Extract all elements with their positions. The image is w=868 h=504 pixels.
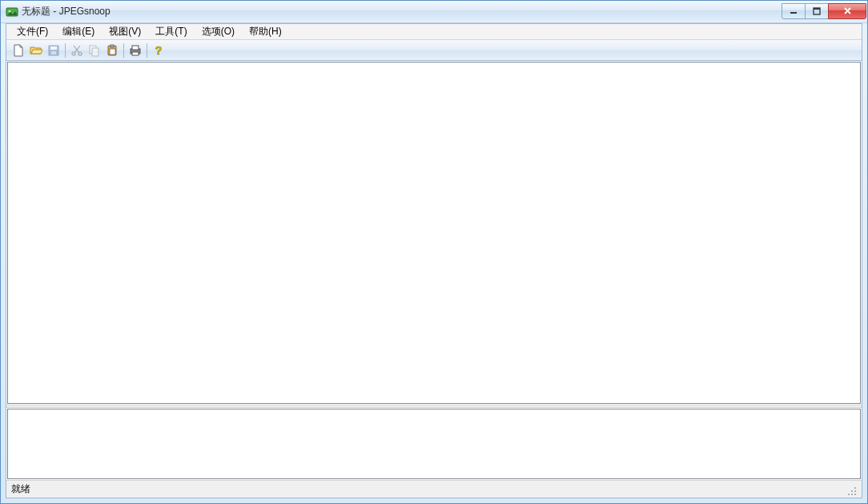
status-text: 就绪 — [11, 482, 30, 496]
print-button[interactable] — [127, 42, 144, 59]
save-icon — [47, 44, 60, 57]
horizontal-splitter[interactable] — [6, 405, 862, 408]
svg-rect-16 — [132, 46, 139, 50]
open-file-button[interactable] — [27, 42, 45, 59]
svg-point-22 — [848, 494, 850, 495]
svg-rect-7 — [51, 51, 56, 54]
svg-rect-14 — [110, 49, 115, 54]
svg-text:?: ? — [155, 44, 163, 57]
new-file-button[interactable] — [10, 42, 27, 59]
copy-button[interactable] — [86, 42, 103, 59]
help-icon: ? — [152, 44, 165, 57]
cut-button[interactable] — [68, 42, 86, 59]
maximize-button[interactable] — [805, 3, 829, 19]
toolbar-separator — [65, 43, 66, 58]
svg-rect-6 — [50, 46, 57, 50]
help-button[interactable]: ? — [150, 42, 167, 59]
close-button[interactable] — [828, 3, 866, 19]
window-title: 无标题 - JPEGsnoop — [22, 5, 111, 18]
new-file-icon — [12, 44, 25, 57]
svg-point-19 — [854, 487, 856, 489]
statusbar: 就绪 — [6, 480, 862, 498]
toolbar: ? — [6, 40, 862, 61]
app-icon — [6, 6, 18, 18]
svg-rect-11 — [92, 48, 98, 56]
printer-icon — [129, 44, 142, 57]
menu-file[interactable]: 文件(F) — [10, 23, 55, 40]
menu-help[interactable]: 帮助(H) — [242, 23, 289, 40]
menubar: 文件(F) 编辑(E) 视图(V) 工具(T) 选项(O) 帮助(H) — [6, 24, 862, 40]
paste-icon — [106, 44, 119, 57]
svg-point-21 — [854, 490, 856, 492]
svg-point-20 — [851, 490, 853, 492]
scissors-icon — [70, 44, 83, 57]
menu-view[interactable]: 视图(V) — [102, 23, 148, 40]
save-button[interactable] — [45, 42, 62, 59]
svg-rect-17 — [132, 52, 139, 55]
content-area — [6, 61, 862, 480]
svg-rect-2 — [790, 12, 797, 14]
svg-point-23 — [851, 494, 853, 495]
svg-rect-13 — [111, 45, 114, 47]
open-folder-icon — [30, 44, 42, 57]
preview-pane[interactable] — [7, 409, 861, 479]
paste-button[interactable] — [103, 42, 121, 59]
menu-tools[interactable]: 工具(T) — [148, 23, 194, 40]
toolbar-separator — [147, 43, 147, 58]
toolbar-separator — [123, 43, 124, 58]
minimize-button[interactable] — [782, 3, 806, 19]
svg-point-24 — [854, 494, 856, 495]
titlebar[interactable]: 无标题 - JPEGsnoop — [1, 1, 867, 23]
resize-grip-icon[interactable] — [844, 483, 857, 496]
menu-edit[interactable]: 编辑(E) — [55, 23, 102, 40]
output-pane[interactable] — [7, 62, 861, 404]
window-controls — [782, 3, 866, 19]
app-window: 无标题 - JPEGsnoop 文件(F) 编辑(E) 视图(V) 工具(T) … — [0, 0, 868, 504]
svg-point-1 — [9, 10, 11, 12]
client-area: 文件(F) 编辑(E) 视图(V) 工具(T) 选项(O) 帮助(H) — [6, 23, 862, 498]
menu-options[interactable]: 选项(O) — [195, 23, 242, 40]
copy-icon — [88, 44, 101, 57]
svg-rect-4 — [814, 8, 820, 10]
